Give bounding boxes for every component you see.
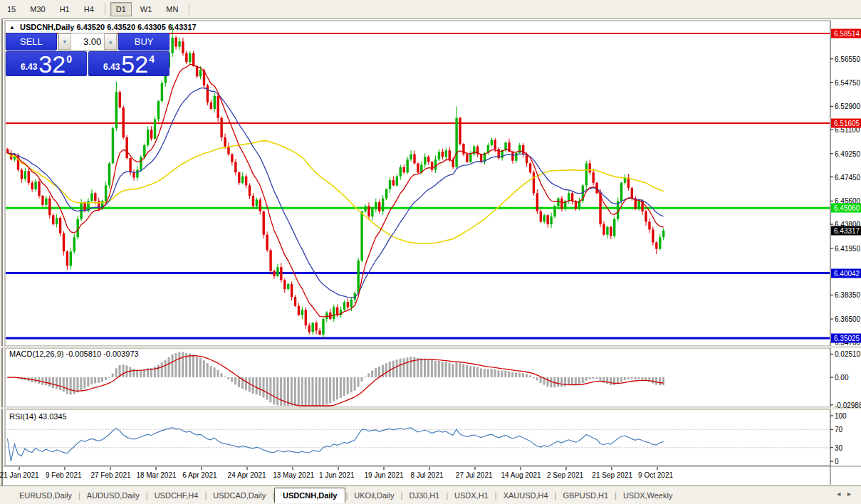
price-tick-label: 6.47450 — [835, 173, 860, 181]
date-axis-label: 8 Jul 2021 — [410, 471, 443, 479]
chart-tab-usdx[interactable]: USDX,Weekly — [617, 488, 679, 503]
macd-scale-label: 0.00 — [835, 374, 848, 382]
rsi-scale-label: 0 — [835, 458, 839, 466]
rsi-scale-label: 30 — [835, 443, 842, 451]
macd-scale-label: 0.025108 — [835, 350, 861, 358]
price-level-tag: 6.51605 — [831, 118, 861, 127]
price-level-tag: 6.45060 — [831, 204, 861, 213]
chart-ohlc-values: 6.43520 6.43520 6.43305 6.43317 — [76, 23, 196, 31]
price-tick-label: 6.49250 — [835, 149, 860, 157]
macd-indicator-label: MACD(12,26,9) -0.005810 -0.003973 — [9, 350, 139, 358]
date-axis-label: 13 May 2021 — [273, 471, 314, 479]
chart-tab-usdx[interactable]: USDX,H1 — [448, 488, 495, 503]
price-tick-label: 6.41950 — [835, 244, 860, 252]
date-axis-label: 1 Jun 2021 — [319, 471, 355, 479]
chart-tab-usdchf[interactable]: USDCHF,H4 — [148, 488, 205, 503]
chart-tab-audusd[interactable]: AUDUSD,Daily — [80, 488, 146, 503]
chart-tab-bar: EURUSD,Daily|AUDUSD,Daily|USDCHF,H4|USDC… — [0, 485, 861, 504]
buy-price-pips: 52 — [121, 53, 148, 75]
date-axis-label: 9 Oct 2021 — [638, 471, 673, 479]
rsi-panel-bg — [5, 409, 830, 466]
buy-price-prefix: 6.43 — [103, 62, 120, 72]
chart-tab-ukoil[interactable]: UKOil,Daily — [348, 488, 400, 503]
chart-title: ▲ USDCNH,Daily 6.43520 6.43520 6.43305 6… — [9, 23, 197, 31]
rsi-indicator-label: RSI(14) 43.0345 — [9, 412, 67, 421]
tab-scroll-left-icon[interactable]: ◄ — [835, 490, 846, 498]
macd-scale-label: -0.02988 — [835, 401, 861, 409]
sell-price-point: 0 — [66, 53, 72, 65]
one-click-trading-panel: SELL ▼ ▲ BUY 6.43 32 0 6.43 52 4 — [6, 33, 169, 76]
date-axis-label: 19 Jun 2021 — [364, 471, 403, 479]
rsi-scale-label: 70 — [835, 426, 842, 434]
sell-button[interactable]: SELL — [6, 33, 57, 51]
chart-tab-dj30[interactable]: DJ30,H1 — [402, 488, 446, 503]
volume-input[interactable] — [71, 33, 105, 50]
panel-splitter — [1, 346, 861, 348]
volume-increase-icon[interactable]: ▲ — [104, 33, 117, 50]
date-axis-label: 6 Apr 2021 — [182, 471, 216, 479]
chart-tab-xauusd[interactable]: XAUUSD,H4 — [497, 488, 555, 503]
chart-symbol-label: USDCNH,Daily — [20, 23, 74, 31]
date-axis-label: 24 Apr 2021 — [228, 471, 266, 479]
buy-price-point: 4 — [149, 53, 155, 65]
tab-scroll-right-icon[interactable]: ► — [846, 490, 857, 498]
price-level-tag: 6.40042 — [831, 268, 861, 278]
price-level-tag: 6.58514 — [831, 29, 861, 38]
chart-tab-gbpusd[interactable]: GBPUSD,H1 — [556, 488, 615, 503]
date-axis-label: 27 Feb 2021 — [90, 471, 130, 479]
date-axis-label: 27 Jul 2021 — [456, 471, 493, 479]
date-axis-label: 21 Sep 2021 — [592, 471, 632, 479]
price-level-tag: 6.35025 — [831, 333, 861, 342]
date-axis-label: 18 Mar 2021 — [136, 471, 176, 479]
panel-splitter — [1, 407, 861, 409]
price-tick-label: 6.54750 — [835, 78, 860, 86]
price-tick-label: 6.36500 — [835, 315, 860, 323]
chart-tab-usdcnh[interactable]: USDCNH,Daily — [274, 488, 345, 503]
price-tick-label: 6.56550 — [835, 55, 860, 63]
tab-scroll-arrows: ◄► — [835, 490, 857, 498]
chart-tab-eurusd[interactable]: EURUSD,Daily — [13, 488, 78, 503]
sell-price-prefix: 6.43 — [21, 62, 37, 72]
date-axis-label: 9 Feb 2021 — [46, 471, 82, 479]
sell-price-box[interactable]: 6.43 32 0 — [6, 51, 87, 76]
sell-price-pips: 32 — [38, 53, 66, 75]
buy-button[interactable]: BUY — [118, 33, 169, 51]
rsi-scale-label: 100 — [835, 412, 847, 420]
date-axis-label: 2 Sep 2021 — [547, 471, 583, 479]
volume-decrease-icon[interactable]: ▼ — [58, 33, 71, 50]
collapse-chart-icon[interactable]: ▲ — [9, 24, 15, 31]
chart-tab-usdcad[interactable]: USDCAD,Daily — [207, 488, 272, 503]
price-tick-label: 6.38350 — [835, 291, 860, 299]
date-axis-label: 21 Jan 2021 — [0, 471, 39, 479]
buy-price-box[interactable]: 6.43 52 4 — [88, 51, 169, 76]
price-tick-label: 6.52900 — [835, 103, 860, 110]
current-price-tag: 6.43317 — [831, 226, 861, 235]
date-axis-label: 14 Aug 2021 — [501, 471, 541, 479]
